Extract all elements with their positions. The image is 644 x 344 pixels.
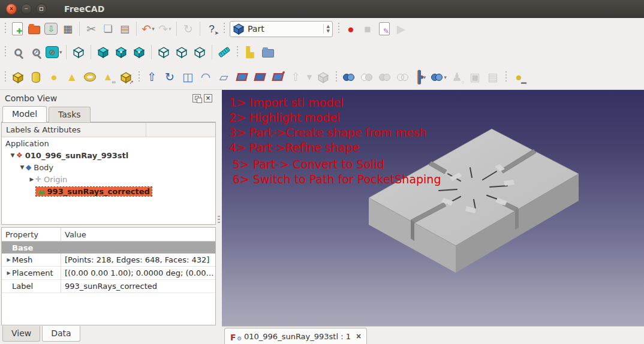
view-right-button[interactable] — [131, 44, 148, 61]
view-rear-button[interactable] — [155, 44, 172, 61]
window-close-button[interactable]: × — [6, 4, 17, 14]
expander-icon[interactable]: ▼ — [9, 152, 16, 158]
toolbar-grip[interactable] — [3, 46, 7, 58]
document-tab-close-icon[interactable]: × — [356, 332, 361, 340]
view-bottom-button[interactable] — [173, 44, 190, 61]
refresh-button[interactable]: ↻ — [180, 21, 196, 37]
toolbar-grip[interactable] — [3, 23, 7, 35]
paste-button[interactable]: ▤ — [117, 21, 133, 37]
create-group-button[interactable] — [260, 44, 276, 61]
shape-builder-button[interactable]: ➚ — [118, 69, 134, 86]
loft-button[interactable] — [269, 69, 286, 86]
slice-apart-button[interactable]: ▤ — [484, 69, 501, 86]
tab-view[interactable]: View — [2, 326, 40, 342]
boolean-operation-button[interactable]: ▾ — [431, 69, 447, 86]
document-tab[interactable]: F⚙ 010_996_sunRay_993stl : 1 × — [224, 328, 367, 344]
expander-icon[interactable]: ▶ — [5, 270, 12, 276]
dropdown-arrow-icon[interactable]: ▾ — [59, 49, 62, 55]
panel-close-icon[interactable]: × — [204, 94, 212, 102]
boolean-union-button[interactable] — [341, 69, 357, 86]
redo-button[interactable]: ↷▾ — [157, 21, 173, 37]
selected-tree-item[interactable]: ▲▲ 993_sunRays_corrected — [36, 187, 152, 196]
print-button[interactable]: ▦ — [60, 21, 76, 37]
fit-all-button[interactable] — [10, 44, 26, 61]
toolbar-grip[interactable] — [334, 71, 338, 83]
chamfer-button[interactable]: ▱ — [215, 69, 232, 86]
boolean-cut-button[interactable] — [359, 69, 375, 86]
workbench-selector[interactable]: Part▲▼ — [230, 21, 333, 37]
view-left-button[interactable] — [191, 44, 208, 61]
boolean-common-button[interactable] — [395, 69, 411, 86]
property-row-label[interactable]: Label 993_sunRays_corrected — [2, 280, 215, 293]
toolbar-grip[interactable] — [137, 71, 141, 83]
expander-icon[interactable]: ▶ — [28, 176, 35, 182]
dropdown-arrow-icon[interactable]: ▾ — [423, 74, 426, 80]
primitive-sphere-button[interactable]: ● — [46, 69, 62, 86]
view-top-button[interactable] — [113, 44, 130, 61]
new-file-button[interactable]: ✚ — [10, 21, 25, 37]
tab-model[interactable]: Model — [2, 106, 47, 122]
draw-style-button[interactable]: ⊘▾ — [46, 44, 62, 61]
property-row-placement[interactable]: ▶ Placement [(0.00 0.00 1.00); 0.0000 de… — [2, 267, 215, 280]
dropdown-arrow-icon[interactable]: ▾ — [152, 26, 155, 32]
property-row-mesh[interactable]: ▶ Mesh [Points: 218, Edges: 648, Faces: … — [2, 254, 215, 267]
toolbar-grip[interactable] — [3, 71, 7, 83]
cross-sections-button[interactable]: ▣ — [467, 69, 483, 86]
toolbar-grip[interactable] — [222, 23, 226, 35]
primitive-torus-button[interactable] — [82, 69, 98, 86]
toolbar-grip[interactable] — [504, 71, 508, 83]
panel-splitter[interactable] — [216, 90, 222, 344]
property-group-base[interactable]: Base — [2, 242, 215, 254]
tree-item-body[interactable]: ▼ ◆ Body — [2, 161, 215, 173]
offset-button[interactable] — [315, 69, 332, 86]
copy-button[interactable]: ❏ — [100, 21, 116, 37]
mirror-button[interactable]: ◫ — [179, 69, 196, 86]
dropdown-arrow-icon[interactable]: ▾ — [168, 26, 171, 32]
make-face-from-wires-button[interactable] — [233, 69, 250, 86]
extrude-button[interactable]: ⇧ — [143, 69, 160, 86]
measure-tape-button[interactable]: ●▬ — [510, 69, 527, 86]
primitive-cylinder-button[interactable] — [28, 69, 44, 86]
macro-play-button[interactable]: ▶ — [393, 21, 409, 37]
open-file-button[interactable] — [26, 21, 42, 37]
dropdown-arrow-icon[interactable]: ▾ — [444, 74, 447, 80]
tree-item-application[interactable]: Application — [2, 137, 215, 149]
cut-button[interactable]: ✂ — [83, 21, 99, 37]
boolean-fuse-button[interactable] — [377, 69, 393, 86]
revolve-button[interactable]: ↻ — [161, 69, 178, 86]
save-file-button[interactable]: ⇩ — [43, 21, 59, 37]
compound-tools-button[interactable]: ┣▾ — [413, 69, 429, 86]
tree-item-document[interactable]: ▼ ❖ 010_996_sunRay_993stl — [2, 149, 215, 161]
create-primitives-button[interactable]: ▲∞ — [100, 69, 116, 86]
tab-tasks[interactable]: Tasks — [49, 107, 91, 122]
window-maximize-button[interactable] — [36, 4, 47, 14]
view-axonometric-button[interactable] — [70, 44, 87, 61]
toolbar-grip[interactable] — [336, 23, 341, 35]
macro-edit-button[interactable]: ✎ — [377, 21, 392, 37]
ruled-surface-button[interactable] — [251, 69, 268, 86]
tree-item-mesh[interactable]: ▲▲ 993_sunRays_corrected — [2, 185, 215, 197]
primitive-box-button[interactable] — [10, 69, 26, 86]
expander-icon[interactable]: ▶ — [5, 257, 12, 262]
window-minimize-button[interactable]: − — [21, 4, 32, 14]
expander-icon[interactable]: ▼ — [19, 164, 26, 170]
toolbar-grip[interactable] — [235, 46, 239, 58]
macro-stop-button[interactable]: ■ — [360, 21, 375, 37]
primitive-cone-button[interactable]: ▲ — [64, 69, 80, 86]
workbench-spinner-icon[interactable]: ▲▼ — [323, 24, 330, 34]
create-part-button[interactable]: ▙ — [242, 44, 258, 61]
fillet-button[interactable]: ◠ — [197, 69, 214, 86]
sweep-options-button[interactable]: ▾ — [305, 69, 314, 86]
tree-item-origin[interactable]: ▶ ✛ Origin — [2, 173, 215, 185]
sweep-button[interactable]: ⇧ — [287, 69, 304, 86]
whats-this-button[interactable]: ?➤ — [204, 21, 219, 37]
3d-viewport[interactable]: 1> Import stl model2> Highlight model3> … — [222, 90, 644, 326]
macro-record-button[interactable]: ● — [343, 21, 359, 37]
measure-distance-button[interactable] — [216, 44, 233, 61]
undo-button[interactable]: ↶▾ — [140, 21, 156, 37]
tab-data[interactable]: Data — [42, 326, 80, 342]
fit-selection-button[interactable]: ➚ — [28, 44, 44, 61]
panel-float-icon[interactable] — [192, 94, 201, 102]
check-geometry-button[interactable]: ♟○ — [449, 69, 465, 86]
view-front-button[interactable] — [95, 44, 112, 61]
